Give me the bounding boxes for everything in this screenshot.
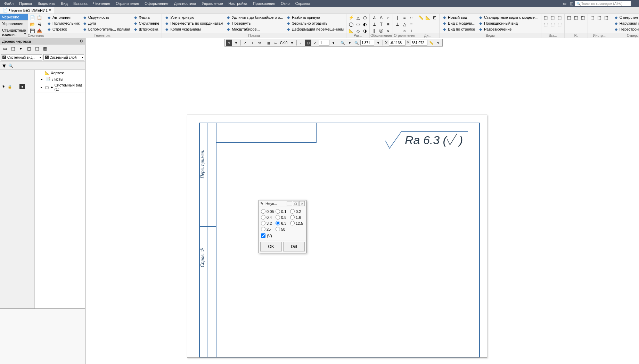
snap2-icon[interactable]: ⊡: [305, 40, 311, 46]
ribbon-cmd[interactable]: ◆Стандартные виды с модели...: [477, 15, 540, 20]
checkbox-input[interactable]: [261, 233, 265, 238]
ribbon-icon-cmd[interactable]: 📄: [29, 15, 35, 21]
ribbon-icon-cmd[interactable]: =: [408, 21, 415, 27]
paren-checkbox[interactable]: (V): [261, 233, 304, 238]
ribbon-icon-cmd[interactable]: ⬚: [589, 15, 596, 21]
ribbon-icon-cmd[interactable]: ⬚: [580, 15, 586, 21]
menu-apps[interactable]: Приложения: [250, 1, 278, 6]
ribbon-icon-cmd[interactable]: 📐: [425, 15, 431, 21]
ribbon-cmd[interactable]: ◆Автолиния: [46, 15, 81, 20]
view-dropdown[interactable]: 0Системный вид...▾: [1, 54, 42, 60]
document-tab[interactable]: 📄 Чертеж БЕЗ ИМЕНИ1 ×: [0, 7, 54, 14]
angle-icon[interactable]: ∠: [242, 40, 248, 46]
ribbon-icon-cmd[interactable]: ≡: [385, 21, 391, 27]
radio-input[interactable]: [276, 221, 280, 225]
ribbon-cmd[interactable]: ◆Вспомогатель... прямая: [81, 26, 131, 32]
dropdown-icon[interactable]: ▾: [330, 40, 336, 46]
dialog-min-icon[interactable]: —: [287, 201, 292, 206]
ribbon-icon-cmd[interactable]: ◐: [362, 21, 368, 27]
menu-select[interactable]: Выделить: [35, 1, 58, 6]
roughness-option[interactable]: 6.3: [276, 221, 289, 225]
ribbon-cmd[interactable]: ◆Штриховка: [132, 26, 161, 32]
tb-btn-4[interactable]: ◰: [25, 46, 32, 52]
layout2-icon[interactable]: ◫: [568, 1, 575, 6]
ribbon-cmd[interactable]: ◆Фаска: [132, 15, 161, 20]
tb-btn-3[interactable]: ▾: [17, 46, 24, 52]
ribbon-icon-cmd[interactable]: ◯: [348, 21, 354, 27]
roughness-option[interactable]: 3.2: [261, 221, 275, 225]
ribbon-cmd[interactable]: ◆Зеркально отразить: [285, 20, 345, 26]
eyedrop-icon[interactable]: ✎: [435, 40, 441, 46]
active-marker[interactable]: ●: [19, 84, 25, 89]
ribbon-icon-cmd[interactable]: ⬡: [362, 15, 368, 21]
ribbon-cmd[interactable]: ◆Новый вид: [441, 15, 476, 20]
x-input[interactable]: [389, 40, 405, 46]
ribbon-cmd[interactable]: ◆Деформация перемещением: [285, 26, 345, 32]
menu-manage[interactable]: Управление: [199, 1, 226, 6]
step-icon[interactable]: ⤢: [312, 40, 318, 46]
radio-input[interactable]: [290, 209, 295, 214]
tb-btn-2[interactable]: ⬚: [9, 46, 16, 52]
ribbon-icon-cmd[interactable]: ∠: [371, 15, 377, 21]
ribbon-cmd[interactable]: ◆Проекционный вид: [477, 20, 540, 26]
tb-btn-5[interactable]: ⬚: [33, 46, 40, 52]
ribbon-icon-cmd[interactable]: A: [378, 15, 384, 21]
grid-icon[interactable]: ▦: [265, 40, 272, 46]
ribbon-icon-cmd[interactable]: ⬚: [557, 21, 563, 27]
menu-window[interactable]: Окно: [278, 1, 293, 6]
ribbon-icon-cmd[interactable]: 📏: [418, 15, 424, 21]
menu-view[interactable]: Вид: [58, 1, 71, 6]
zoom-icon[interactable]: 🔍: [353, 40, 360, 46]
roughness-option[interactable]: 0.2: [290, 209, 304, 214]
menu-edit[interactable]: Правка: [16, 1, 35, 6]
ribbon-icon-cmd[interactable]: ⚡: [348, 15, 354, 21]
ribbon-icon-cmd[interactable]: ⬚: [543, 21, 549, 27]
dropdown-icon[interactable]: ▾: [375, 40, 381, 46]
menu-file[interactable]: Файл: [1, 1, 16, 6]
roughness-option[interactable]: 0.4: [261, 215, 275, 220]
ribbon-icon-cmd[interactable]: 📋: [36, 15, 42, 21]
ribbon-cmd[interactable]: ◆Прямоугольник: [46, 20, 81, 26]
dialog-close-icon[interactable]: ✕: [299, 201, 305, 206]
y-input[interactable]: [411, 40, 427, 46]
ribbon-icon-cmd[interactable]: ⊥: [394, 21, 401, 27]
ribbon-tab-manage[interactable]: Управление: [0, 20, 28, 27]
menu-constraints[interactable]: Ограничения: [113, 1, 142, 6]
ribbon-cmd[interactable]: ◆Вид по стрелке: [441, 26, 476, 32]
ribbon-icon-cmd[interactable]: T: [378, 21, 384, 27]
menu-settings[interactable]: Настройка: [226, 1, 250, 6]
ribbon-icon-cmd[interactable]: △: [401, 21, 408, 27]
dialog-titlebar[interactable]: ✎ Неук... — ▢ ✕: [259, 200, 306, 207]
menu-drawing[interactable]: Черчение: [90, 1, 113, 6]
dropdown-icon[interactable]: ▾: [289, 40, 295, 46]
ribbon-icon-cmd[interactable]: △: [355, 15, 361, 21]
snap-icon[interactable]: ⟲: [256, 40, 262, 46]
ribbon-cmd[interactable]: ◆Разбить кривую: [285, 15, 345, 20]
roughness-option[interactable]: 25: [261, 227, 275, 231]
ribbon-cmd[interactable]: ◆Дуга: [81, 20, 131, 26]
radio-input[interactable]: [290, 221, 295, 225]
lock-icon[interactable]: 🔒: [7, 84, 13, 89]
expand-icon[interactable]: ▸: [41, 85, 44, 89]
ribbon-cmd[interactable]: ◆Вид с модели...: [441, 20, 476, 26]
ribbon-cmd[interactable]: ◆Отверстие простое: [613, 15, 639, 20]
ribbon-cmd[interactable]: ◆Масштабиров...: [225, 26, 284, 32]
menu-help[interactable]: Справка: [293, 1, 313, 6]
ribbon-icon-cmd[interactable]: ⬚: [596, 15, 603, 21]
ribbon-cmd[interactable]: ◆Усечь кривую: [163, 15, 224, 20]
ruler-icon[interactable]: 📏: [428, 40, 434, 46]
ribbon-icon-cmd[interactable]: ↔: [408, 15, 415, 21]
filter-icon[interactable]: ▼: [1, 63, 7, 68]
radio-input[interactable]: [290, 215, 295, 220]
ribbon-tab-drawing[interactable]: Черчение: [0, 14, 28, 20]
ribbon-icon-cmd[interactable]: ≡: [401, 15, 408, 21]
ribbon-icon-cmd[interactable]: ⬚: [543, 15, 549, 21]
tree-node-sysview[interactable]: ▸ ▢ ● Системный вид (1:: [35, 82, 85, 92]
ribbon-cmd[interactable]: ◆Перестроить отверстия и из...: [613, 26, 639, 32]
roughness-option[interactable]: 0.05: [261, 209, 275, 214]
roughness-option[interactable]: 0.8: [276, 215, 289, 220]
ribbon-icon-cmd[interactable]: ⬚: [566, 15, 572, 21]
roughness-annotation[interactable]: Ra 6.3 ( ): [385, 131, 468, 152]
menu-diagnostics[interactable]: Диагностика: [171, 1, 199, 6]
ribbon-icon-cmd[interactable]: ⊥: [371, 21, 377, 27]
